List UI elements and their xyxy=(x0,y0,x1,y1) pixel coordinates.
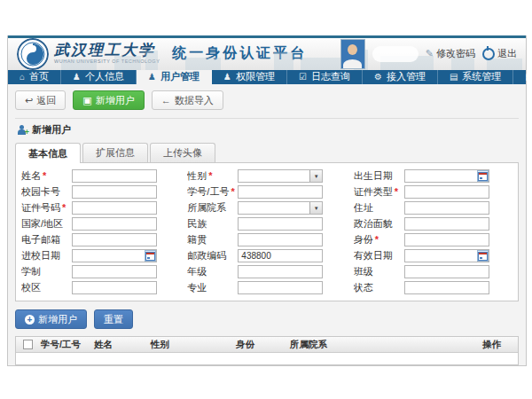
field-input[interactable] xyxy=(238,265,323,278)
field-label: 进校日期* xyxy=(21,249,72,262)
required-star: * xyxy=(62,202,66,213)
field-input[interactable] xyxy=(72,201,157,215)
calendar-icon[interactable] xyxy=(477,250,489,262)
table-column-header[interactable]: 学号/工号 xyxy=(39,339,92,351)
app-window: 武汉理工大学 WUHAN UNIVERSITY OF TECHNOLOGY 统一… xyxy=(7,35,527,366)
reset-button[interactable]: 重置 xyxy=(94,309,133,329)
field-input[interactable] xyxy=(72,217,157,231)
user-table-header: 学号/工号 姓名 性别 身份 所属院系 操作 xyxy=(16,337,518,353)
nav-tab[interactable]: ♟ 个人信息 xyxy=(61,70,137,84)
permission-icon: ♟ xyxy=(223,72,231,82)
form-field: 班级* ▼ xyxy=(354,265,512,278)
nav-tab[interactable]: ▤ 系统管理 xyxy=(438,70,513,84)
nav-tab[interactable]: ♟ 权限管理 xyxy=(212,70,287,84)
field-input[interactable] xyxy=(238,217,323,231)
nav-tab[interactable]: ♟ 用户管理 xyxy=(137,70,212,84)
required-star: * xyxy=(375,234,379,245)
back-button[interactable]: ↩ 返回 xyxy=(15,90,66,110)
select-all-checkbox[interactable] xyxy=(23,340,33,349)
section-title: 新增用户 xyxy=(32,123,71,137)
form-field: 校区* ▼ xyxy=(21,281,180,294)
form-field: 专业* ▼ xyxy=(187,281,346,294)
field-input[interactable] xyxy=(72,281,157,294)
nav-tab[interactable]: ⌂ 首页 xyxy=(8,70,61,84)
dropdown-arrow-icon[interactable]: ▼ xyxy=(309,170,322,182)
form-actions: + 新增用户 重置 xyxy=(15,309,519,329)
nav-tab-label: 接入管理 xyxy=(387,70,426,83)
gear-icon: ⚙ xyxy=(374,72,382,82)
field-input[interactable] xyxy=(72,233,157,246)
field-input[interactable] xyxy=(72,169,157,183)
logout-link[interactable]: 退出 xyxy=(482,47,517,60)
field-label: 证件号码* xyxy=(21,201,72,215)
nav-tab[interactable]: ▤ 订阅管理 xyxy=(513,70,532,84)
form-field: 出生日期* ▼ xyxy=(354,169,512,183)
basic-info-panel: 姓名* ▼ 性别* ▼ xyxy=(15,162,519,301)
form-tab-label: 扩展信息 xyxy=(96,146,135,160)
field-input[interactable] xyxy=(404,265,489,278)
logout-label: 退出 xyxy=(497,47,517,60)
field-input[interactable] xyxy=(404,233,489,246)
field-label: 姓名* xyxy=(21,169,72,183)
form-field: 国家/地区* ▼ xyxy=(21,217,180,231)
content-area: ↩ 返回 ▣ 新增用户 ← 数据导入 + 新增用户 xyxy=(8,84,526,365)
field-input[interactable] xyxy=(404,185,489,199)
form-tab[interactable]: 扩展信息 xyxy=(82,143,148,162)
form-tab[interactable]: 基本信息 xyxy=(15,143,81,163)
data-import-button[interactable]: ← 数据导入 xyxy=(152,90,223,110)
field-input[interactable] xyxy=(404,201,489,215)
field-input[interactable] xyxy=(404,281,489,294)
field-input[interactable] xyxy=(72,185,157,199)
field-input[interactable] xyxy=(72,265,157,278)
field-input[interactable] xyxy=(404,217,489,231)
field-label: 班级* xyxy=(354,265,404,278)
field-label: 身份* xyxy=(354,233,404,246)
form-field: 所属院系* ▼ xyxy=(187,201,346,215)
page-header: 武汉理工大学 WUHAN UNIVERSITY OF TECHNOLOGY 统一… xyxy=(8,38,526,70)
field-label: 年级* xyxy=(187,265,238,278)
nav-tab-label: 用户管理 xyxy=(160,70,200,83)
field-input[interactable] xyxy=(238,249,323,262)
power-icon xyxy=(482,48,495,60)
calendar-icon[interactable] xyxy=(477,170,489,182)
table-column-header[interactable]: 所属院系 xyxy=(288,339,481,351)
dropdown-arrow-icon[interactable]: ▼ xyxy=(309,202,322,214)
submit-add-user-button[interactable]: + 新增用户 xyxy=(15,309,87,329)
table-column-header[interactable]: 身份 xyxy=(234,339,288,351)
university-name-block: 武汉理工大学 WUHAN UNIVERSITY OF TECHNOLOGY xyxy=(54,43,160,65)
change-password-label: 修改密码 xyxy=(436,47,475,60)
table-column-header[interactable]: 操作 xyxy=(481,339,518,351)
home-icon: ⌂ xyxy=(20,72,25,82)
table-column-header[interactable]: 姓名 xyxy=(92,339,149,351)
add-user-icon: ▣ xyxy=(82,95,91,106)
university-name-en: WUHAN UNIVERSITY OF TECHNOLOGY xyxy=(54,59,160,65)
table-column-header[interactable]: 性别 xyxy=(149,339,234,351)
form-field: 状态* ▼ xyxy=(354,281,512,294)
platform-title: 统一身份认证平台 xyxy=(172,44,307,63)
user-avatar[interactable] xyxy=(340,39,365,69)
header-user-area: ✎ 修改密码 退出 xyxy=(340,39,526,69)
avatar-body xyxy=(343,59,362,69)
person-plus-icon: + xyxy=(17,125,27,136)
document-icon: ▤ xyxy=(450,72,458,82)
field-input[interactable] xyxy=(238,185,323,199)
plus-circle-icon: + xyxy=(25,315,35,325)
calendar-icon[interactable] xyxy=(145,250,156,262)
field-label: 性别* xyxy=(187,169,238,183)
add-user-toolbar-button[interactable]: ▣ 新增用户 xyxy=(73,90,144,110)
field-input[interactable] xyxy=(238,233,323,246)
nav-tab[interactable]: ☑ 日志查询 xyxy=(287,70,363,84)
field-input[interactable] xyxy=(238,281,323,294)
field-label: 证件类型* xyxy=(354,185,404,199)
form-field: 性别* ▼ xyxy=(187,169,346,183)
nav-tab-label: 个人信息 xyxy=(85,70,124,83)
field-label: 校区* xyxy=(21,281,72,294)
nav-tab[interactable]: ⚙ 接入管理 xyxy=(363,70,438,84)
field-label: 政治面貌* xyxy=(354,217,404,231)
person-icon: ♟ xyxy=(148,72,156,82)
form-tab[interactable]: 上传头像 xyxy=(150,143,215,162)
form-field: 学制* ▼ xyxy=(21,265,180,278)
user-table: 学号/工号 姓名 性别 身份 所属院系 操作 xyxy=(15,336,519,365)
nav-tab-label: 系统管理 xyxy=(462,70,501,83)
change-password-link[interactable]: ✎ 修改密码 xyxy=(426,47,475,60)
